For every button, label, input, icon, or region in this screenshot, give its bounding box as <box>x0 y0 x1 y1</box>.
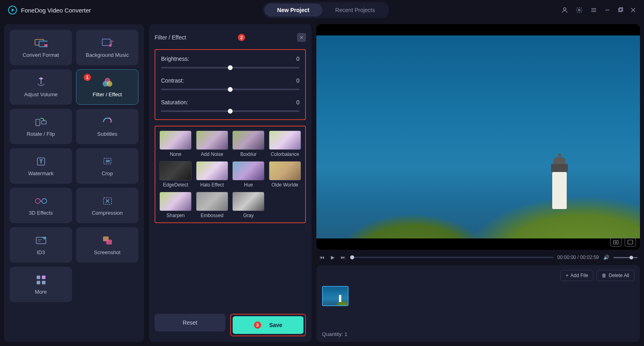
quantity-label: Quantity: 1 <box>322 331 634 337</box>
tool-watermark[interactable]: T Watermark <box>10 148 72 184</box>
filter-label: Gray <box>243 213 254 218</box>
tool-rotate-flip[interactable]: Rotate / Flip <box>10 109 72 144</box>
contrast-slider-row: Contrast:0 <box>161 77 299 90</box>
step-badge-3: 3 <box>254 321 261 329</box>
project-tabbar: New Project Recent Projects <box>263 2 390 18</box>
volume-thumb[interactable] <box>630 256 633 259</box>
tool-3d-effects[interactable]: 3D Effects <box>10 188 72 223</box>
tool-filter-effect[interactable]: 1 Filter / Effect <box>76 69 138 105</box>
filter-effect-panel: Filter / Effect 2 × Brightness:0 Contras… <box>149 24 312 342</box>
filter-add-noise[interactable]: Add Noise <box>196 131 229 157</box>
progress-thumb[interactable] <box>350 255 354 259</box>
screenshot-icon <box>101 235 114 246</box>
tool-subtitles[interactable]: Subtitles <box>76 109 138 144</box>
user-icon[interactable] <box>561 6 568 14</box>
svg-text:T: T <box>39 158 43 165</box>
svg-point-32 <box>44 237 46 238</box>
filter-label: Halo Effect <box>200 182 224 188</box>
svg-point-17 <box>107 81 112 87</box>
filter-effect-icon <box>101 77 114 88</box>
volume-speaker-icon[interactable]: 🔊 <box>603 255 609 260</box>
filter-edgedetect[interactable]: EdgeDetect <box>159 161 192 188</box>
volume-icon <box>35 77 47 88</box>
filter-gray[interactable]: Gray <box>232 192 265 218</box>
file-thumb-1[interactable] <box>322 286 349 306</box>
filter-halo-effect[interactable]: Halo Effect <box>196 161 229 188</box>
maximize-icon[interactable] <box>617 7 623 13</box>
next-icon[interactable]: ⏭ <box>340 255 346 260</box>
svg-rect-13 <box>102 39 110 46</box>
save-button-highlight: 3 Save <box>230 314 306 336</box>
subtitles-icon <box>101 116 114 128</box>
svg-rect-36 <box>42 276 45 279</box>
rotate-icon <box>35 116 47 128</box>
filter-embossed[interactable]: Embossed <box>196 192 229 218</box>
filter-label: Embossed <box>200 213 223 218</box>
glasses-icon <box>35 195 47 207</box>
filter-thumb <box>159 161 192 180</box>
settings-icon[interactable] <box>576 6 583 14</box>
filter-thumb <box>196 131 228 150</box>
fullscreen-icon[interactable] <box>625 238 636 247</box>
contrast-slider[interactable] <box>161 89 299 90</box>
volume-slider[interactable] <box>613 257 638 258</box>
title-bar: FoneDog Video Converter New Project Rece… <box>0 0 644 20</box>
svg-rect-34 <box>106 240 112 244</box>
filter-boxblur[interactable]: Boxblur <box>232 131 265 157</box>
watermark-icon: T <box>35 156 47 167</box>
reset-button[interactable]: Reset <box>155 314 225 331</box>
close-icon[interactable] <box>630 7 636 13</box>
tool-more[interactable]: More <box>10 267 72 302</box>
tool-crop[interactable]: Crop <box>76 148 138 184</box>
contrast-thumb[interactable] <box>228 87 233 92</box>
logo-play-icon <box>8 6 17 15</box>
tool-convert-format[interactable]: Convert Format <box>10 30 72 65</box>
progress-bar[interactable] <box>350 257 553 258</box>
filter-sharpen[interactable]: Sharpen <box>159 192 192 218</box>
filter-label: Olde Worlde <box>272 182 298 188</box>
preview-column: ⏮ ▶ ⏭ 00:00:00 / 00:02:59 🔊 +Add File 🗑D… <box>316 24 640 342</box>
compression-icon <box>101 195 114 207</box>
svg-point-26 <box>42 199 47 203</box>
svg-rect-37 <box>37 281 40 284</box>
delete-all-button[interactable]: 🗑Delete All <box>597 270 634 281</box>
crop-icon <box>101 156 114 167</box>
file-thumbnails <box>322 286 634 328</box>
tab-recent-projects[interactable]: Recent Projects <box>322 4 388 17</box>
save-button[interactable]: 3 Save <box>233 316 303 334</box>
saturation-thumb[interactable] <box>228 109 233 114</box>
tool-adjust-volume[interactable]: Adjust Volume <box>10 69 72 105</box>
filter-hue[interactable]: Hue <box>232 161 265 188</box>
svg-point-0 <box>564 8 566 10</box>
app-logo: FoneDog Video Converter <box>8 6 91 15</box>
panel-header: Filter / Effect 2 × <box>155 30 306 45</box>
snapshot-icon[interactable] <box>610 238 621 247</box>
play-icon[interactable]: ▶ <box>329 255 336 260</box>
filter-olde-worlde[interactable]: Olde Worlde <box>269 161 301 188</box>
filter-label: Add Noise <box>201 151 223 157</box>
minimize-icon[interactable] <box>605 7 610 13</box>
filter-none[interactable]: None <box>159 131 192 157</box>
panel-actions: Reset 3 Save <box>155 314 306 336</box>
tool-id3[interactable]: ID3 <box>10 227 72 263</box>
preview-overlay-buttons <box>610 238 636 247</box>
filter-colorbalance[interactable]: Colorbalance <box>269 131 301 157</box>
tool-compression[interactable]: Compression <box>76 188 138 223</box>
prev-icon[interactable]: ⏮ <box>319 255 325 260</box>
saturation-slider[interactable] <box>161 110 299 112</box>
music-icon <box>101 37 114 49</box>
tools-sidebar: Convert Format Background Music Adjust V… <box>4 24 144 342</box>
tool-background-music[interactable]: Background Music <box>76 30 138 65</box>
tool-screenshot[interactable]: Screenshot <box>76 227 138 263</box>
panel-close-button[interactable]: × <box>297 33 306 42</box>
brightness-slider[interactable] <box>161 67 299 68</box>
menu-icon[interactable] <box>590 6 597 14</box>
time-display: 00:00:00 / 00:02:59 <box>557 255 599 260</box>
svg-point-25 <box>35 199 40 203</box>
brightness-thumb[interactable] <box>228 65 233 70</box>
filter-thumb <box>159 131 192 150</box>
filter-thumb <box>196 192 228 211</box>
tab-new-project[interactable]: New Project <box>264 4 322 17</box>
add-file-button[interactable]: +Add File <box>560 270 593 281</box>
svg-point-20 <box>43 119 44 120</box>
